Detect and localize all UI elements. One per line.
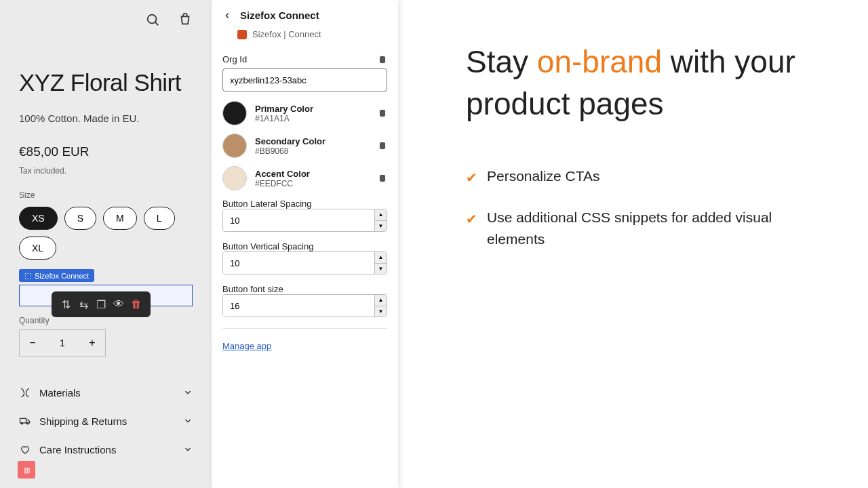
spin-down[interactable]: ▼ xyxy=(375,306,387,317)
bullet-1: ✔Personalize CTAs xyxy=(466,165,821,188)
size-xl[interactable]: XL xyxy=(19,237,56,260)
product-description: 100% Cotton. Made in EU. xyxy=(19,113,193,124)
svg-point-4 xyxy=(21,423,22,424)
primary-color-label: Primary Color xyxy=(255,104,370,114)
back-icon[interactable] xyxy=(222,11,232,20)
accordion-shipping-label: Shipping & Returns xyxy=(39,415,175,427)
database-icon[interactable] xyxy=(378,141,387,150)
hide-icon[interactable]: 👁⁠ xyxy=(111,297,126,312)
lateral-spacing-label: Button Lateral Spacing xyxy=(222,199,387,209)
accordion-shipping[interactable]: Shipping & Returns xyxy=(19,407,193,435)
spin-up[interactable]: ▲ xyxy=(375,209,387,221)
secondary-color-label: Secondary Color xyxy=(255,136,370,146)
primary-color-swatch[interactable] xyxy=(222,101,247,125)
materials-icon xyxy=(19,386,31,399)
headline-accent: on-brand xyxy=(537,44,662,79)
quantity-label: Quantity xyxy=(19,316,193,325)
org-id-label: Org Id xyxy=(222,54,247,64)
accent-color-hex: #EEDFCC xyxy=(255,179,370,188)
quantity-stepper: − 1 + xyxy=(19,329,106,357)
sizefox-block-tag[interactable]: Sizefox Connect xyxy=(19,269,94,282)
marketing-headline: Stay on-brand with your product pages xyxy=(466,41,821,125)
spin-down[interactable]: ▼ xyxy=(375,221,387,232)
check-icon: ✔ xyxy=(466,209,477,229)
font-size-label: Button font size xyxy=(222,284,387,294)
accordion-materials-label: Materials xyxy=(39,387,175,399)
search-icon[interactable] xyxy=(145,12,160,30)
org-id-input[interactable] xyxy=(222,68,387,92)
vertical-spacing-label: Button Vertical Spacing xyxy=(222,241,387,251)
qty-decrease[interactable]: − xyxy=(20,330,45,356)
chevron-down-icon xyxy=(183,445,193,454)
svg-rect-3 xyxy=(20,418,26,423)
chevron-down-icon xyxy=(183,416,193,426)
check-icon: ✔ xyxy=(466,167,477,188)
database-icon[interactable] xyxy=(378,55,387,64)
delete-icon[interactable]: 🗑 xyxy=(129,297,144,312)
headline-pre: Stay xyxy=(466,44,537,79)
accent-color-row[interactable]: Accent Color #EEDFCC xyxy=(222,166,387,190)
block-toolbar: ⇅ ⇆ ❐ 👁⁠ 🗑 xyxy=(52,291,151,317)
app-logo-icon xyxy=(237,30,247,39)
manage-app-link[interactable]: Manage app xyxy=(222,341,271,351)
settings-panel: Sizefox Connect Sizefox | Connect Org Id… xyxy=(212,0,398,488)
size-options: XS S M L xyxy=(19,207,193,230)
tax-note: Tax included. xyxy=(19,166,193,176)
size-label: Size xyxy=(19,190,193,200)
svg-point-0 xyxy=(148,15,157,24)
move-up-icon[interactable]: ⇅ xyxy=(58,297,73,312)
qty-value: 1 xyxy=(45,330,79,356)
accordion-care[interactable]: Care Instructions xyxy=(19,435,193,464)
qty-increase[interactable]: + xyxy=(79,330,105,356)
secondary-color-hex: #BB9068 xyxy=(255,146,370,156)
svg-point-5 xyxy=(27,423,28,424)
heart-icon xyxy=(19,443,31,455)
secondary-color-swatch[interactable] xyxy=(222,134,247,158)
database-icon[interactable] xyxy=(378,108,387,118)
accordion-care-label: Care Instructions xyxy=(39,444,175,455)
secondary-color-row[interactable]: Secondary Color #BB9068 xyxy=(222,134,387,158)
spin-up[interactable]: ▲ xyxy=(375,295,387,306)
size-s[interactable]: S xyxy=(64,207,96,230)
bullet-2-text: Use additional CSS snippets for added vi… xyxy=(487,207,821,249)
panel-sub-label: Sizefox | Connect xyxy=(252,29,321,39)
font-size-input[interactable] xyxy=(223,295,374,317)
accent-color-label: Accent Color xyxy=(255,169,370,179)
bullet-1-text: Personalize CTAs xyxy=(487,165,600,187)
product-price: €85,00 EUR xyxy=(19,144,193,159)
spin-down[interactable]: ▼ xyxy=(375,264,387,274)
panel-title: Sizefox Connect xyxy=(240,9,319,21)
svg-line-1 xyxy=(155,22,159,26)
accent-color-swatch[interactable] xyxy=(222,166,247,190)
app-badge[interactable]: ▥ xyxy=(18,461,35,479)
size-l[interactable]: L xyxy=(144,207,175,230)
panel-subheader: Sizefox | Connect xyxy=(212,26,398,49)
size-xs[interactable]: XS xyxy=(19,207,58,230)
divider xyxy=(222,328,387,329)
chevron-down-icon xyxy=(183,388,193,397)
accordion-materials[interactable]: Materials xyxy=(19,378,193,407)
lateral-spacing-input[interactable] xyxy=(223,209,374,231)
size-m[interactable]: M xyxy=(103,207,137,230)
primary-color-row[interactable]: Primary Color #1A1A1A xyxy=(222,101,387,125)
truck-icon xyxy=(19,415,31,427)
cart-icon[interactable] xyxy=(178,12,193,30)
marketing-pane: Stay on-brand with your product pages ✔P… xyxy=(398,0,868,488)
primary-color-hex: #1A1A1A xyxy=(255,114,370,123)
vertical-spacing-input[interactable] xyxy=(223,252,374,274)
duplicate-icon[interactable]: ❐ xyxy=(94,297,108,312)
move-down-icon[interactable]: ⇆ xyxy=(76,297,91,312)
product-preview: XYZ Floral Shirt 100% Cotton. Made in EU… xyxy=(0,0,212,488)
bullet-2: ✔Use additional CSS snippets for added v… xyxy=(466,207,821,249)
spin-up[interactable]: ▲ xyxy=(375,252,387,264)
database-icon[interactable] xyxy=(378,174,387,183)
product-title: XYZ Floral Shirt xyxy=(19,69,193,96)
